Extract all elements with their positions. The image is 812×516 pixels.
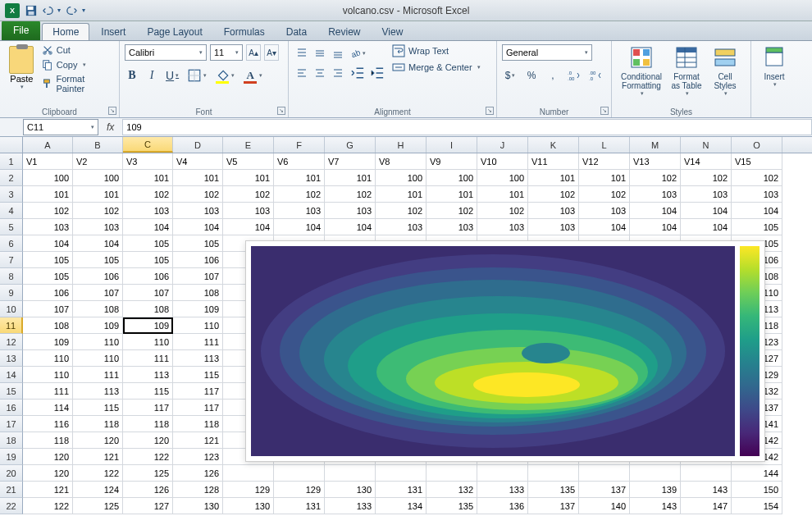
row-header-12[interactable]: 12 — [0, 334, 23, 350]
align-bottom-button[interactable] — [330, 44, 346, 62]
cell-C8[interactable]: 106 — [123, 268, 173, 285]
redo-icon[interactable] — [66, 4, 79, 17]
cell-B21[interactable]: 124 — [73, 482, 123, 498]
italic-button[interactable]: I — [144, 67, 159, 84]
column-header-G[interactable]: G — [325, 137, 376, 153]
cell-D4[interactable]: 103 — [173, 203, 223, 219]
cell-N4[interactable]: 104 — [681, 203, 732, 219]
cell-A8[interactable]: 105 — [23, 268, 73, 285]
cell-F3[interactable]: 102 — [274, 186, 325, 203]
cell-B6[interactable]: 104 — [73, 235, 123, 252]
align-right-button[interactable] — [330, 64, 346, 82]
cell-C13[interactable]: 111 — [123, 350, 173, 367]
cell-A18[interactable]: 118 — [23, 432, 73, 449]
cell-D5[interactable]: 104 — [173, 219, 223, 235]
cell-O20[interactable]: 144 — [732, 465, 782, 482]
cell-F22[interactable]: 131 — [274, 498, 325, 514]
cell-D15[interactable]: 117 — [173, 383, 223, 400]
cell-G2[interactable]: 101 — [325, 170, 376, 186]
wrap-text-button[interactable]: Wrap Text — [392, 44, 481, 57]
cell-M5[interactable]: 104 — [630, 219, 681, 235]
cell-C18[interactable]: 120 — [123, 432, 173, 449]
cell-C17[interactable]: 118 — [123, 416, 173, 432]
cell-B1[interactable]: V2 — [73, 153, 123, 170]
column-header-I[interactable]: I — [427, 137, 477, 153]
paste-button[interactable]: Paste ▾ — [5, 44, 39, 104]
cell-E20[interactable] — [223, 465, 274, 482]
percent-format-button[interactable]: % — [523, 67, 540, 84]
cell-D18[interactable]: 121 — [173, 432, 223, 449]
row-header-5[interactable]: 5 — [0, 219, 23, 235]
cell-A15[interactable]: 111 — [23, 383, 73, 400]
cell-M3[interactable]: 103 — [630, 186, 681, 203]
copy-dropdown-icon[interactable]: ▾ — [83, 62, 86, 68]
cell-I5[interactable]: 103 — [427, 219, 477, 235]
cell-A3[interactable]: 101 — [23, 186, 73, 203]
font-name-combo[interactable]: Calibri ▾ — [125, 44, 207, 61]
cell-H21[interactable]: 131 — [376, 482, 427, 498]
cell-G22[interactable]: 133 — [325, 498, 376, 514]
cell-B17[interactable]: 118 — [73, 416, 123, 432]
cell-M1[interactable]: V13 — [630, 153, 681, 170]
cell-A13[interactable]: 110 — [23, 350, 73, 367]
cell-B22[interactable]: 125 — [73, 498, 123, 514]
cell-N3[interactable]: 103 — [681, 186, 732, 203]
cell-B4[interactable]: 102 — [73, 203, 123, 219]
alignment-launcher-icon[interactable]: ↘ — [486, 107, 494, 115]
cell-I21[interactable]: 132 — [427, 482, 477, 498]
cell-H4[interactable]: 102 — [376, 203, 427, 219]
cell-H2[interactable]: 100 — [376, 170, 427, 186]
cell-B19[interactable]: 121 — [73, 449, 123, 465]
cell-B7[interactable]: 105 — [73, 252, 123, 268]
cell-E3[interactable]: 102 — [223, 186, 274, 203]
cell-B10[interactable]: 108 — [73, 301, 123, 317]
cell-A21[interactable]: 121 — [23, 482, 73, 498]
row-header-17[interactable]: 17 — [0, 416, 23, 432]
cell-L20[interactable] — [579, 465, 630, 482]
cell-C15[interactable]: 115 — [123, 383, 173, 400]
cell-B9[interactable]: 107 — [73, 285, 123, 301]
cell-G5[interactable]: 104 — [325, 219, 376, 235]
column-header-D[interactable]: D — [173, 137, 223, 153]
cell-B15[interactable]: 113 — [73, 383, 123, 400]
row-header-14[interactable]: 14 — [0, 367, 23, 383]
cell-N1[interactable]: V14 — [681, 153, 732, 170]
row-header-6[interactable]: 6 — [0, 235, 23, 252]
accounting-format-button[interactable]: $▾ — [502, 67, 518, 84]
cell-A19[interactable]: 120 — [23, 449, 73, 465]
paste-dropdown-icon[interactable]: ▾ — [21, 84, 24, 90]
row-header-13[interactable]: 13 — [0, 350, 23, 367]
cell-C1[interactable]: V3 — [123, 153, 173, 170]
qat-customize-icon[interactable]: ▾ — [82, 7, 90, 14]
align-center-button[interactable] — [312, 64, 328, 82]
cell-O2[interactable]: 102 — [732, 170, 782, 186]
cell-J3[interactable]: 101 — [477, 186, 528, 203]
row-header-15[interactable]: 15 — [0, 383, 23, 400]
merge-center-button[interactable]: Merge & Center ▾ — [392, 61, 481, 74]
cell-H20[interactable] — [376, 465, 427, 482]
cell-A5[interactable]: 103 — [23, 219, 73, 235]
cell-E1[interactable]: V5 — [223, 153, 274, 170]
cell-N2[interactable]: 102 — [681, 170, 732, 186]
cell-I22[interactable]: 135 — [427, 498, 477, 514]
undo-icon[interactable] — [41, 4, 54, 17]
row-header-8[interactable]: 8 — [0, 268, 23, 285]
decrease-decimal-button[interactable]: .00.0 — [587, 67, 604, 84]
column-header-L[interactable]: L — [579, 137, 630, 153]
cell-O5[interactable]: 105 — [732, 219, 782, 235]
cell-A17[interactable]: 116 — [23, 416, 73, 432]
cell-N21[interactable]: 143 — [681, 482, 732, 498]
cell-D3[interactable]: 102 — [173, 186, 223, 203]
row-header-19[interactable]: 19 — [0, 449, 23, 465]
cell-M4[interactable]: 104 — [630, 203, 681, 219]
column-header-M[interactable]: M — [630, 137, 681, 153]
cell-L5[interactable]: 104 — [579, 219, 630, 235]
number-launcher-icon[interactable]: ↘ — [600, 107, 609, 115]
cell-C12[interactable]: 110 — [123, 334, 173, 350]
cell-M20[interactable] — [630, 465, 681, 482]
cell-A16[interactable]: 114 — [23, 400, 73, 416]
column-header-O[interactable]: O — [732, 137, 782, 153]
cell-L1[interactable]: V12 — [579, 153, 630, 170]
cell-O21[interactable]: 150 — [732, 482, 782, 498]
cell-G4[interactable]: 103 — [325, 203, 376, 219]
